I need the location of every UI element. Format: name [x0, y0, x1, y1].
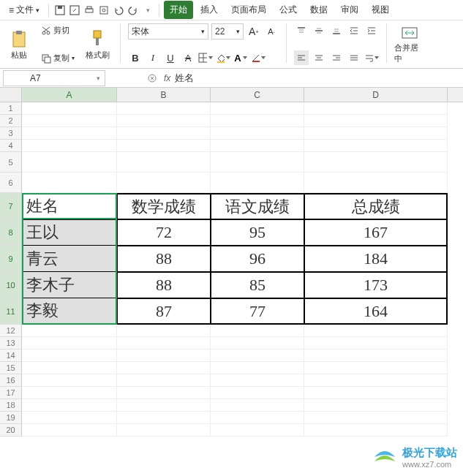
row-header[interactable]: 4: [0, 140, 22, 152]
cell[interactable]: [304, 115, 448, 127]
row-header[interactable]: 14: [0, 350, 22, 362]
font-size-select[interactable]: 22 ▾: [211, 23, 244, 39]
fill-color-button[interactable]: [216, 50, 230, 65]
border-button[interactable]: [198, 50, 213, 65]
underline-button[interactable]: U: [163, 50, 178, 65]
copy-button[interactable]: 复制 ▾: [38, 51, 78, 65]
cell[interactable]: [117, 350, 211, 362]
cell[interactable]: [22, 325, 117, 337]
decrease-font-icon[interactable]: A-: [264, 24, 279, 39]
tab-start[interactable]: 开始: [164, 1, 193, 19]
cell[interactable]: [304, 325, 448, 337]
bold-button[interactable]: B: [128, 50, 143, 65]
align-top-icon[interactable]: [294, 23, 309, 38]
cell[interactable]: [22, 173, 117, 193]
cell[interactable]: [211, 412, 304, 424]
paste-button[interactable]: 粘贴: [4, 23, 34, 66]
cell[interactable]: [22, 127, 117, 140]
row-header[interactable]: 13: [0, 337, 22, 350]
row-header[interactable]: 15: [0, 362, 22, 374]
chevron-down-icon[interactable]: ▾: [141, 4, 154, 17]
tab-formula[interactable]: 公式: [274, 1, 303, 19]
cell[interactable]: [22, 115, 117, 127]
cell[interactable]: [304, 102, 448, 115]
cell[interactable]: [304, 152, 448, 173]
cell[interactable]: [304, 127, 448, 140]
undo-icon[interactable]: [112, 4, 125, 17]
row-header[interactable]: 5: [0, 152, 22, 173]
cell[interactable]: [117, 115, 211, 127]
cell[interactable]: [117, 140, 211, 152]
row-header[interactable]: 9: [0, 246, 22, 272]
wrap-text-icon[interactable]: [364, 50, 379, 65]
cell[interactable]: [22, 140, 117, 152]
print-icon[interactable]: [83, 4, 96, 17]
cell[interactable]: [211, 387, 304, 399]
cell[interactable]: 95: [211, 219, 304, 246]
cell[interactable]: [117, 173, 211, 193]
row-header[interactable]: 11: [0, 298, 22, 325]
fx-icon[interactable]: fx: [164, 73, 170, 83]
cell[interactable]: [304, 140, 448, 152]
select-all-corner[interactable]: [0, 88, 22, 102]
cell[interactable]: [211, 399, 304, 412]
row-header[interactable]: 20: [0, 424, 22, 437]
cell[interactable]: [304, 412, 448, 424]
row-header[interactable]: 17: [0, 387, 22, 399]
cell[interactable]: [304, 374, 448, 387]
align-center-icon[interactable]: [312, 50, 326, 65]
cell[interactable]: [211, 102, 304, 115]
strikethrough-button[interactable]: A: [181, 50, 195, 65]
cell[interactable]: [304, 350, 448, 362]
save-icon[interactable]: [53, 4, 67, 17]
cell[interactable]: [117, 412, 211, 424]
cell[interactable]: 164: [304, 298, 448, 325]
cell[interactable]: [211, 362, 304, 374]
cell[interactable]: 88: [117, 246, 211, 272]
cell[interactable]: [22, 387, 117, 399]
cell[interactable]: [117, 387, 211, 399]
italic-button[interactable]: I: [146, 50, 160, 65]
formula-value[interactable]: 姓名: [175, 72, 194, 85]
cell[interactable]: [117, 424, 211, 437]
tab-insert[interactable]: 插入: [195, 1, 224, 19]
cell[interactable]: [22, 424, 117, 437]
align-right-icon[interactable]: [329, 50, 344, 65]
row-header[interactable]: 18: [0, 399, 22, 412]
row-header[interactable]: 16: [0, 374, 22, 387]
print-preview-icon[interactable]: [97, 4, 110, 17]
justify-icon[interactable]: [347, 50, 361, 65]
col-header-B[interactable]: B: [117, 88, 211, 102]
cell[interactable]: [211, 374, 304, 387]
cell[interactable]: 167: [304, 219, 448, 246]
row-header[interactable]: 2: [0, 115, 22, 127]
cell[interactable]: 87: [117, 298, 211, 325]
cell[interactable]: [117, 337, 211, 350]
cell[interactable]: [304, 387, 448, 399]
cell[interactable]: 96: [211, 246, 304, 272]
cell[interactable]: [117, 399, 211, 412]
cell[interactable]: [22, 152, 117, 173]
cell[interactable]: 184: [304, 246, 448, 272]
clear-format-button[interactable]: [251, 50, 266, 65]
cell[interactable]: [117, 374, 211, 387]
cell[interactable]: [117, 102, 211, 115]
cell[interactable]: [22, 412, 117, 424]
name-box[interactable]: A7 ▾: [3, 70, 105, 86]
cell[interactable]: 数学成绩: [117, 193, 211, 219]
row-header[interactable]: 10: [0, 272, 22, 298]
cell[interactable]: [211, 337, 304, 350]
cell[interactable]: 85: [211, 272, 304, 298]
cell[interactable]: [304, 173, 448, 193]
cell[interactable]: [22, 399, 117, 412]
cell[interactable]: [211, 127, 304, 140]
cell[interactable]: [117, 152, 211, 173]
cell[interactable]: [211, 424, 304, 437]
save-as-icon[interactable]: [68, 4, 81, 17]
cell[interactable]: [117, 127, 211, 140]
tab-page-layout[interactable]: 页面布局: [225, 1, 272, 19]
cell[interactable]: [117, 325, 211, 337]
cell[interactable]: 88: [117, 272, 211, 298]
tab-data[interactable]: 数据: [304, 1, 334, 19]
cut-button[interactable]: 剪切: [38, 23, 78, 37]
